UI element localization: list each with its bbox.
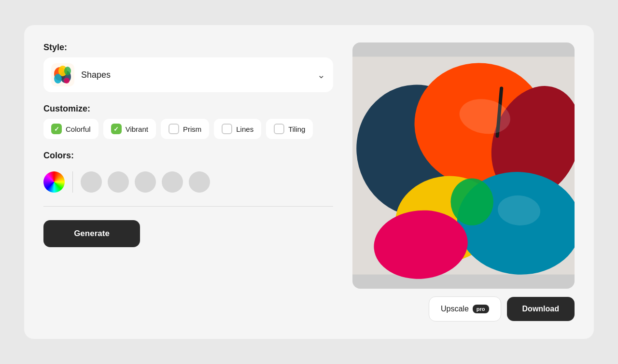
checkbox-lines[interactable]: Lines	[214, 119, 261, 139]
color-slot-4[interactable]	[162, 171, 183, 193]
color-slot-1[interactable]	[81, 171, 102, 193]
style-dropdown[interactable]: Shapes ⌄	[43, 57, 333, 92]
bottom-actions: Upscale pro Download	[352, 296, 575, 322]
download-button[interactable]: Download	[507, 297, 575, 321]
color-wheel[interactable]	[43, 171, 65, 193]
checkbox-lines-box	[222, 124, 232, 134]
checkbox-tiling-box	[274, 124, 284, 134]
svg-point-6	[64, 78, 70, 84]
style-icon	[51, 63, 74, 86]
checkbox-colorful[interactable]: Colorful	[43, 119, 98, 139]
colors-section: Colors:	[43, 151, 333, 193]
checkbox-colorful-label: Colorful	[66, 125, 91, 133]
main-card: Style: S	[24, 25, 594, 339]
color-divider	[72, 171, 73, 193]
svg-point-4	[54, 74, 62, 84]
upscale-button[interactable]: Upscale pro	[429, 296, 501, 322]
checkbox-tiling[interactable]: Tiling	[266, 119, 313, 139]
colors-label: Colors:	[43, 151, 333, 161]
color-row	[43, 171, 333, 193]
image-preview	[352, 42, 575, 289]
checkbox-colorful-box	[51, 124, 62, 134]
style-name-text: Shapes	[81, 70, 111, 80]
checkbox-lines-label: Lines	[236, 125, 253, 133]
color-slot-3[interactable]	[135, 171, 156, 193]
svg-point-14	[450, 179, 493, 225]
checkbox-vibrant-label: Vibrant	[126, 125, 148, 133]
style-label: Style:	[43, 42, 333, 53]
checkbox-vibrant[interactable]: Vibrant	[103, 119, 156, 139]
checkbox-grid: Colorful Vibrant Prism Lines Tiling	[43, 119, 333, 139]
upscale-label: Upscale	[441, 305, 469, 313]
style-section: Style: S	[43, 42, 333, 92]
section-divider	[43, 206, 333, 207]
checkbox-vibrant-box	[111, 124, 122, 134]
customize-label: Customize:	[43, 104, 333, 114]
checkbox-prism-box	[169, 124, 179, 134]
color-slot-2[interactable]	[108, 171, 129, 193]
right-panel: Upscale pro Download	[352, 42, 575, 322]
chevron-down-icon: ⌄	[317, 69, 325, 81]
svg-point-5	[64, 67, 71, 75]
abstract-art	[352, 42, 575, 289]
checkbox-tiling-label: Tiling	[288, 125, 305, 133]
pro-badge: pro	[473, 305, 489, 313]
checkbox-prism-label: Prism	[183, 125, 201, 133]
customize-section: Customize: Colorful Vibrant Prism Lines	[43, 104, 333, 139]
color-slot-5[interactable]	[189, 171, 210, 193]
generate-button[interactable]: Generate	[43, 220, 140, 247]
left-panel: Style: S	[43, 42, 333, 247]
checkbox-prism[interactable]: Prism	[161, 119, 209, 139]
